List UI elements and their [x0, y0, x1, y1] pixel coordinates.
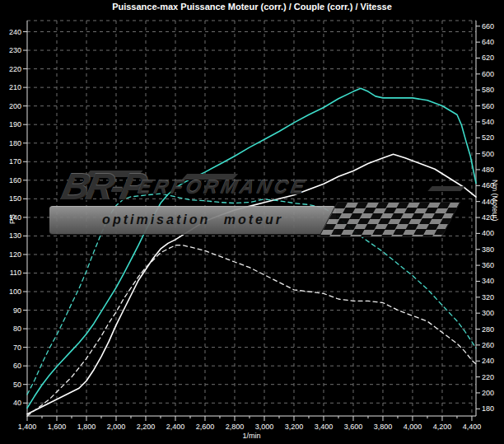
- curve-couple-corrige: [27, 88, 476, 408]
- y-right-tick-label: 200: [482, 389, 494, 397]
- y-right-tick-label: 400: [482, 229, 494, 237]
- y-right-tick-label: 280: [482, 325, 494, 334]
- x-tick-label: 1,400: [18, 423, 37, 431]
- y-right-tick-label: 520: [482, 133, 494, 142]
- y-left-tick-label: 80: [13, 325, 21, 333]
- x-tick-label: 3,800: [374, 423, 393, 431]
- x-tick-label: 4,000: [404, 423, 422, 431]
- y-left-tick-label: 240: [9, 28, 21, 36]
- y-right-tick-label: 660: [482, 22, 494, 30]
- checkered-flag-icon: [319, 202, 461, 237]
- x-tick-label: 2,800: [226, 423, 245, 431]
- y-left-tick-label: 100: [9, 287, 21, 296]
- y-right-tick-label: 480: [482, 166, 494, 174]
- y-right-tick-label: 220: [482, 373, 494, 381]
- y-right-tick-label: 340: [482, 277, 494, 285]
- watermark-tagline: optimisation moteur: [49, 207, 336, 232]
- x-tick-label: 2,200: [137, 423, 156, 431]
- y-left-tick-label: 190: [9, 120, 21, 129]
- y-left-tick-label: 90: [13, 306, 21, 315]
- left-axis-label: PS: [8, 214, 16, 224]
- y-right-tick-label: 380: [482, 245, 494, 254]
- y-right-tick-label: 320: [482, 293, 494, 301]
- y-left-tick-label: 230: [9, 46, 21, 54]
- right-axis-label: Nm (Moteur): [491, 180, 499, 222]
- y-left-tick-label: 120: [9, 250, 21, 259]
- y-right-tick-label: 580: [482, 86, 494, 94]
- y-right-tick-label: 180: [482, 404, 494, 413]
- y-left-tick-label: 160: [9, 176, 21, 185]
- y-left-tick-label: 70: [13, 344, 21, 352]
- y-right-tick-label: 600: [482, 70, 494, 78]
- x-tick-label: 2,600: [196, 423, 215, 431]
- y-left-tick-label: 110: [10, 269, 21, 277]
- x-tick-label: 2,000: [107, 423, 126, 431]
- y-left-tick-label: 170: [9, 157, 21, 166]
- x-tick-label: 1,800: [77, 423, 96, 431]
- y-left-tick-label: 60: [13, 362, 21, 370]
- y-left-tick-label: 50: [13, 381, 21, 389]
- x-tick-label: 3,000: [255, 423, 274, 431]
- y-left-tick-label: 40: [13, 399, 21, 407]
- curve-puissance-origine: [27, 245, 476, 416]
- x-tick-label: 3,200: [285, 423, 304, 431]
- y-right-tick-label: 560: [482, 102, 494, 110]
- y-left-tick-label: 210: [9, 83, 21, 91]
- x-tick-label: 1,600: [48, 423, 67, 431]
- y-right-tick-label: 300: [482, 309, 494, 317]
- y-right-tick-label: 620: [482, 54, 494, 62]
- y-left-tick-label: 150: [9, 194, 21, 203]
- watermark-logo-brp: BR-P: [58, 168, 147, 206]
- y-left-tick-label: 130: [9, 231, 21, 240]
- x-tick-label: 4,400: [463, 423, 482, 431]
- y-left-tick-label: 200: [9, 102, 21, 110]
- y-left-tick-label: 220: [9, 65, 21, 73]
- watermark-logo-erformance: ERFORMANCE: [136, 176, 310, 199]
- x-tick-label: 2,400: [166, 423, 185, 431]
- y-right-tick-label: 360: [482, 261, 494, 269]
- dyno-chart: Puissance-max Puissance Moteur (corr.) /…: [0, 0, 504, 444]
- y-left-tick-label: 180: [9, 139, 21, 147]
- x-axis-label: 1/min: [27, 432, 476, 440]
- y-right-tick-label: 500: [482, 150, 494, 158]
- logo-slab-icon: [427, 186, 464, 191]
- y-right-tick-label: 640: [482, 38, 494, 46]
- x-tick-label: 3,400: [315, 423, 334, 431]
- y-right-tick-label: 260: [482, 341, 494, 349]
- br-performance-watermark: BR-PERFORMANCE optimisation moteur: [43, 168, 453, 245]
- x-tick-label: 4,200: [433, 423, 452, 431]
- watermark-band: optimisation moteur: [49, 206, 336, 235]
- x-tick-label: 3,600: [344, 423, 363, 431]
- y-right-tick-label: 540: [482, 118, 494, 126]
- y-right-tick-label: 240: [482, 357, 494, 365]
